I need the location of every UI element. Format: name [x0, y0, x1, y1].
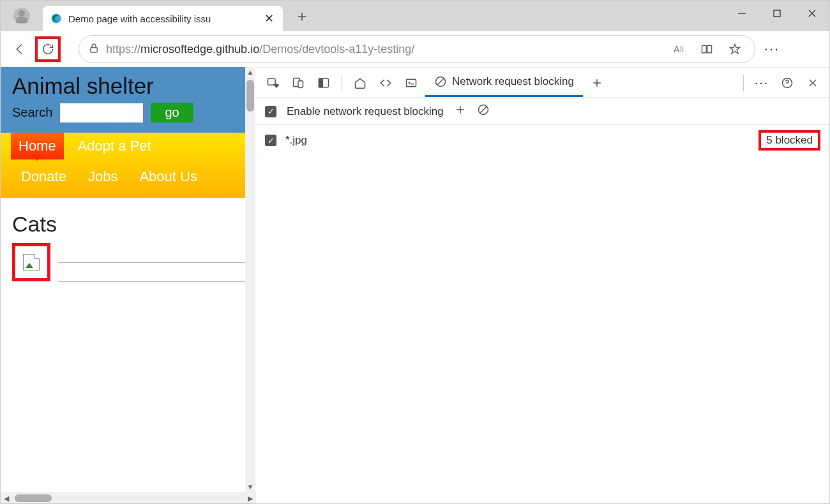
pattern-checkbox[interactable]: ✓ [265, 135, 276, 146]
help-icon[interactable] [776, 71, 799, 94]
edge-favicon [50, 13, 62, 24]
welcome-tab-icon[interactable] [349, 71, 372, 94]
read-aloud-icon[interactable]: A)) [668, 44, 690, 54]
maximize-button[interactable] [759, 1, 794, 26]
svg-line-13 [437, 78, 444, 85]
scroll-up-arrow[interactable]: ▲ [245, 67, 255, 77]
svg-rect-2 [774, 10, 780, 17]
devtools-tabbar: Network request blocking ··· [256, 68, 829, 98]
favorites-icon[interactable] [724, 43, 746, 56]
elements-tab-icon[interactable] [374, 71, 397, 94]
inspect-icon[interactable] [261, 71, 284, 94]
svg-rect-5 [91, 47, 98, 52]
profile-avatar[interactable] [13, 8, 30, 24]
nav-about[interactable]: About Us [132, 163, 205, 190]
svg-rect-6 [268, 78, 276, 85]
reader-mode-icon[interactable] [696, 43, 718, 56]
device-toggle-icon[interactable] [287, 71, 310, 94]
page-viewport: Animal shelter Search go Home Adopt a Pe… [1, 67, 256, 504]
window-controls [724, 1, 829, 26]
window-titlebar: Demo page with accessibility issu ✕ ＋ [1, 1, 829, 31]
dock-side-icon[interactable] [312, 71, 335, 94]
browser-toolbar: https://microsoftedge.github.io/Demos/de… [1, 31, 829, 67]
nav-jobs[interactable]: Jobs [80, 163, 125, 190]
refresh-button[interactable] [35, 36, 61, 62]
horizontal-scrollbar[interactable]: ◀ ▶ [1, 492, 256, 504]
browser-tab[interactable]: Demo page with accessibility issu ✕ [43, 6, 283, 31]
console-tab-icon[interactable] [400, 71, 423, 94]
url-text: https://microsoftedge.github.io/Demos/de… [106, 43, 661, 56]
site-nav: Home Adopt a Pet Donate Jobs About Us [1, 133, 245, 198]
address-bar[interactable]: https://microsoftedge.github.io/Demos/de… [79, 35, 755, 63]
svg-rect-11 [407, 79, 416, 87]
settings-more-button[interactable]: ··· [758, 41, 786, 57]
svg-line-22 [480, 107, 487, 113]
back-button[interactable] [7, 36, 33, 62]
page-header: Animal shelter Search go [1, 67, 245, 133]
nav-donate[interactable]: Donate [13, 163, 74, 190]
blocking-pattern-row[interactable]: ✓ *.jpg 5 blocked [256, 125, 829, 156]
nav-home[interactable]: Home [11, 133, 64, 159]
tab-title: Demo page with accessibility issu [68, 13, 258, 24]
close-window-button[interactable] [794, 1, 829, 26]
new-tab-button[interactable]: ＋ [294, 6, 310, 26]
section-heading: Cats [1, 198, 245, 243]
tab-label: Network request blocking [452, 75, 574, 88]
blocked-count: 5 blocked [758, 130, 820, 151]
network-blocking-tab[interactable]: Network request blocking [425, 69, 583, 97]
clear-patterns-icon[interactable] [477, 103, 490, 119]
broken-image-icon [23, 254, 40, 271]
svg-rect-8 [298, 80, 303, 87]
search-input[interactable] [60, 103, 143, 122]
minimize-button[interactable] [724, 1, 759, 26]
go-button[interactable]: go [151, 103, 193, 122]
enable-blocking-label: Enable network request blocking [287, 105, 444, 118]
scroll-left-arrow[interactable]: ◀ [1, 494, 12, 503]
tab-close-icon[interactable]: ✕ [264, 11, 274, 26]
horizontal-scroll-thumb[interactable] [15, 494, 52, 502]
vertical-scrollbar[interactable]: ▲ ▼ [245, 67, 255, 492]
new-tab-icon[interactable] [585, 71, 608, 94]
enable-blocking-checkbox[interactable]: ✓ [265, 106, 276, 117]
scroll-down-arrow[interactable]: ▼ [245, 482, 255, 492]
devtools-more-icon[interactable]: ··· [750, 71, 773, 94]
broken-image-highlight [12, 243, 50, 281]
site-title: Animal shelter [12, 73, 234, 99]
vertical-scroll-thumb[interactable] [246, 80, 254, 112]
devtools-panel: Network request blocking ··· ✓ Enable ne… [256, 67, 829, 504]
add-pattern-icon[interactable] [454, 103, 467, 119]
search-label: Search [12, 105, 52, 120]
block-icon [434, 75, 447, 88]
lock-icon [88, 43, 100, 56]
pattern-text: *.jpg [285, 134, 307, 147]
scroll-right-arrow[interactable]: ▶ [245, 494, 256, 503]
blocking-toolbar: ✓ Enable network request blocking [256, 98, 829, 125]
svg-rect-10 [319, 78, 323, 87]
nav-adopt[interactable]: Adopt a Pet [70, 133, 159, 159]
devtools-close-icon[interactable] [801, 71, 824, 94]
